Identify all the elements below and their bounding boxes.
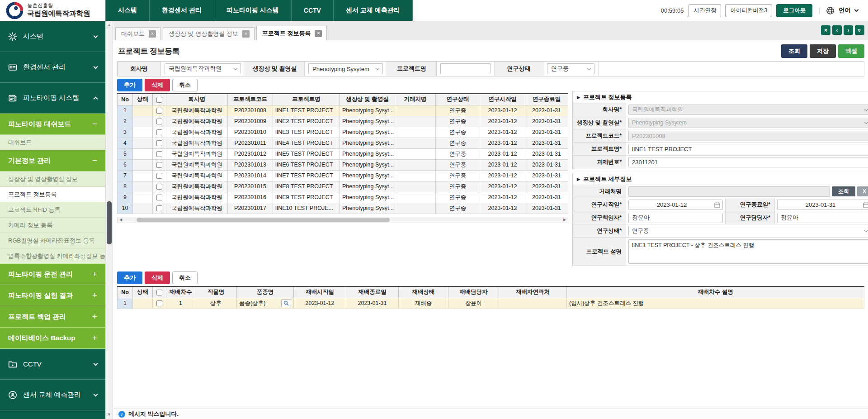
table-row[interactable]: 4국립원예특작과학원P202301011lINE4 TEST PROJECTPh… bbox=[118, 138, 568, 148]
prev-tab-button[interactable]: ‹ bbox=[832, 25, 842, 35]
client-clear-button[interactable]: X bbox=[857, 186, 868, 196]
table-row[interactable]: 1국립원예특작과학원P202301008lINE1 TEST PROJECTPh… bbox=[118, 105, 568, 116]
row-checkbox[interactable] bbox=[156, 140, 162, 146]
scroll-down-icon[interactable]: ▼ bbox=[106, 412, 113, 417]
header-checkbox[interactable] bbox=[156, 97, 162, 103]
extend-time-button[interactable]: 시간연장 bbox=[689, 4, 721, 17]
filter-company-select[interactable]: 국립원예특작과학원 bbox=[165, 63, 241, 74]
scroll-up-icon[interactable]: ▲ bbox=[106, 23, 113, 27]
nav-item-피노타이핑 시스템[interactable]: 피노타이핑 시스템 bbox=[214, 0, 292, 21]
add-row-button[interactable]: 추가 bbox=[117, 271, 142, 284]
form-company-select[interactable]: 국립원예특작과학원 bbox=[628, 105, 868, 115]
account-button[interactable]: 아이티컨버전3 bbox=[725, 4, 772, 17]
table-row[interactable]: 11상추품종(상추)2023-01-122023-01-31재배중장윤아(임시)… bbox=[118, 298, 864, 309]
sidebar-group-피노타이핑 운전 관리[interactable]: 피노타이핑 운전 관리+ bbox=[0, 264, 105, 285]
table-row[interactable]: 5국립원예특작과학원P202301012lINE5 TEST PROJECTPh… bbox=[118, 148, 568, 159]
excel-button[interactable]: 엑셀 bbox=[838, 44, 864, 58]
tab-대쉬보드[interactable]: 대쉬보드× bbox=[115, 27, 161, 40]
row-checkbox[interactable] bbox=[156, 300, 162, 306]
sidebar-section-CCTV[interactable]: CCTV bbox=[0, 349, 105, 380]
language-chevron-down-icon[interactable] bbox=[854, 8, 859, 12]
filter-status-select[interactable]: 연구중 bbox=[547, 63, 594, 74]
form-name-input[interactable] bbox=[628, 144, 868, 154]
filter-chamber-select[interactable]: Phenotyping Sysytem bbox=[308, 63, 383, 74]
form-manager-input[interactable] bbox=[777, 213, 868, 223]
language-label[interactable]: 언어 bbox=[839, 6, 851, 14]
nav-item-환경센서 관리[interactable]: 환경센서 관리 bbox=[150, 0, 214, 21]
table-row[interactable]: 7국립원예특작과학원P202301014lINE7 TEST PROJECTPh… bbox=[118, 170, 568, 181]
cancel-button[interactable]: 취소 bbox=[172, 271, 198, 284]
search-button[interactable]: 조회 bbox=[781, 44, 807, 58]
nav-item-CCTV[interactable]: CCTV bbox=[292, 0, 334, 21]
hscrollbar-thumb[interactable] bbox=[137, 218, 390, 222]
column-header-재배차수 설명: 재배차수 설명 bbox=[567, 286, 864, 298]
table-row[interactable]: 8국립원예특작과학원P202301015lINE8 TEST PROJECTPh… bbox=[118, 181, 568, 192]
table-row[interactable]: 3국립원예특작과학원P202301010lINE3 TEST PROJECTPh… bbox=[118, 127, 568, 138]
sidebar-section-시스템[interactable]: 시스템 bbox=[0, 21, 105, 52]
end-date-input[interactable] bbox=[777, 200, 868, 210]
form-lead-input[interactable] bbox=[628, 213, 723, 223]
scroll-right-icon[interactable]: ▶ bbox=[561, 217, 568, 223]
sidebar-group-피노타이핑 실험 결과[interactable]: 피노타이핑 실험 결과+ bbox=[0, 285, 105, 306]
close-all-tabs-button[interactable]: × bbox=[821, 25, 830, 35]
sidebar-item-RGB촬영실 카메라좌표정보 등록[interactable]: RGB촬영실 카메라좌표정보 등록 bbox=[0, 233, 105, 248]
sidebar-group-데이타베이스 Backup[interactable]: 데이타베이스 Backup+ bbox=[0, 328, 105, 349]
table-row[interactable]: 10국립원예특작과학원P202301017lINE10 TEST PROJE..… bbox=[118, 203, 568, 214]
tab-생장상 및 영상촬영실 정보[interactable]: 생장상 및 영상촬영실 정보× bbox=[163, 27, 255, 40]
tab-close-icon[interactable]: × bbox=[242, 30, 250, 38]
tab-프로젝트 정보등록[interactable]: 프로젝트 정보등록× bbox=[256, 26, 327, 40]
sidebar-group-프로젝트 백업 관리[interactable]: 프로젝트 백업 관리+ bbox=[0, 306, 105, 328]
sidebar-item-프로젝트 정보등록[interactable]: 프로젝트 정보등록 bbox=[0, 187, 105, 202]
start-date-input[interactable] bbox=[628, 200, 723, 210]
project-table-hscrollbar[interactable]: ◀ ▶ bbox=[117, 217, 568, 223]
client-search-button[interactable]: 조회 bbox=[832, 186, 855, 196]
next-tab-button[interactable]: › bbox=[844, 25, 853, 35]
logout-button[interactable]: 로그아웃 bbox=[776, 4, 812, 17]
logo[interactable]: 농촌진흥청 국립원예특작과학원 bbox=[0, 0, 105, 21]
row-checkbox[interactable] bbox=[156, 184, 162, 190]
row-checkbox[interactable] bbox=[156, 108, 162, 114]
row-checkbox[interactable] bbox=[156, 162, 162, 168]
sidebar-item-대쉬보드[interactable]: 대쉬보드 bbox=[0, 135, 105, 150]
sidebar-item-카메라 정보 등록[interactable]: 카메라 정보 등록 bbox=[0, 218, 105, 233]
row-checkbox[interactable] bbox=[156, 195, 162, 200]
row-checkbox[interactable] bbox=[156, 205, 162, 211]
table-row[interactable]: 2국립원예특작과학원P202301009lINE2 TEST PROJECTPh… bbox=[118, 116, 568, 127]
page-vertical-scrollbar[interactable]: ▲ ▼ bbox=[105, 21, 113, 419]
row-checkbox[interactable] bbox=[156, 129, 162, 135]
header-checkbox[interactable] bbox=[156, 290, 162, 295]
table-row[interactable]: 6국립원예특작과학원P202301013lINE6 TEST PROJECTPh… bbox=[118, 159, 568, 170]
cancel-button[interactable]: 취소 bbox=[172, 79, 198, 91]
row-checkbox[interactable] bbox=[156, 119, 162, 124]
row-checkbox[interactable] bbox=[156, 173, 162, 179]
sidebar-item-생장상 및 영상촬영실 정보[interactable]: 생장상 및 영상촬영실 정보 bbox=[0, 171, 105, 187]
sidebar-item-프로젝트 RFID 등록[interactable]: 프로젝트 RFID 등록 bbox=[0, 202, 105, 218]
calendar-icon[interactable] bbox=[863, 202, 868, 208]
tab-close-icon[interactable]: × bbox=[315, 30, 322, 37]
calendar-icon[interactable] bbox=[714, 202, 720, 208]
add-row-button[interactable]: 추가 bbox=[117, 79, 142, 91]
sidebar-group-기본정보 관리[interactable]: 기본정보 관리− bbox=[0, 150, 105, 171]
form-task-input[interactable] bbox=[628, 157, 868, 167]
scroll-left-icon[interactable]: ◀ bbox=[118, 217, 124, 223]
sidebar-section-센서 교체 예측관리[interactable]: 센서 교체 예측관리 bbox=[0, 380, 105, 410]
form-desc-textarea[interactable]: lINE1 TEST PROJECT - 상추 건조스트레스 진행 bbox=[628, 239, 868, 264]
form-chamber-select[interactable]: Phenotyping Sysytem bbox=[628, 118, 868, 128]
table-row[interactable]: 9국립원예특작과학원P202301016lINE9 TEST PROJECTPh… bbox=[118, 192, 568, 203]
variety-search-button[interactable] bbox=[281, 299, 291, 307]
sidebar-section-피노타이핑 시스템[interactable]: 피노타이핑 시스템 bbox=[0, 83, 105, 114]
delete-row-button[interactable]: 삭제 bbox=[145, 271, 170, 284]
nav-item-시스템[interactable]: 시스템 bbox=[105, 0, 150, 21]
sidebar-item-엽록소형광촬영실 카메라좌표정보 등록[interactable]: 엽록소형광촬영실 카메라좌표정보 등록 bbox=[0, 248, 105, 264]
save-button[interactable]: 저장 bbox=[810, 44, 836, 58]
delete-row-button[interactable]: 삭제 bbox=[145, 79, 170, 91]
sidebar-section-환경센서 관리[interactable]: 환경센서 관리 bbox=[0, 52, 105, 83]
tab-close-icon[interactable]: × bbox=[149, 30, 156, 38]
row-checkbox[interactable] bbox=[156, 151, 162, 157]
scrollbar-thumb[interactable] bbox=[107, 201, 112, 244]
form-status-select[interactable]: 연구중 bbox=[628, 226, 868, 236]
tab-list-button[interactable]: » bbox=[855, 25, 864, 35]
sidebar-group-피노타이핑 대쉬보드[interactable]: 피노타이핑 대쉬보드− bbox=[0, 114, 105, 135]
nav-item-센서 교체 예측관리[interactable]: 센서 교체 예측관리 bbox=[334, 0, 413, 21]
filter-project-input[interactable] bbox=[440, 63, 491, 74]
